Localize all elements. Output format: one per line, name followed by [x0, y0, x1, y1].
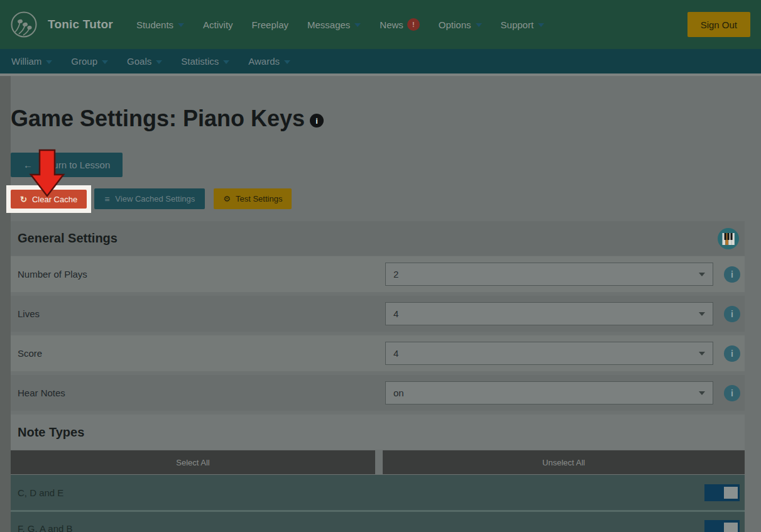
lives-select[interactable]: 4: [385, 302, 713, 325]
clear-cache-label: Clear Cache: [32, 195, 77, 204]
info-icon[interactable]: i: [310, 114, 324, 128]
note-types-section: Note Types Select All Unselect All C, D …: [11, 415, 745, 532]
chevron-down-icon: [699, 273, 705, 276]
note-types-heading: Note Types: [18, 425, 84, 440]
piano-keys-icon: [717, 227, 740, 250]
note-type-row-cde: C, D and E: [11, 475, 745, 510]
chevron-down-icon: [46, 60, 52, 64]
return-to-lesson-button[interactable]: ← Return to Lesson: [11, 153, 123, 177]
nav-item-label: Students: [136, 19, 173, 30]
chevron-down-icon: [538, 23, 544, 27]
nav-item-freeplay[interactable]: Freeplay: [243, 19, 298, 30]
page-title: Game Settings: Piano Keys i: [11, 105, 745, 133]
nav-item-label: Messages: [307, 19, 350, 30]
note-types-header: Note Types: [11, 415, 745, 450]
subnav-item-label: Statistics: [181, 56, 219, 67]
back-arrow-icon: ←: [23, 160, 33, 170]
nav-item-label: Activity: [203, 19, 233, 30]
subnav-item-william[interactable]: William: [11, 56, 52, 67]
note-type-toggle-fgab[interactable]: [704, 520, 740, 532]
nav-item-label: Options: [439, 19, 471, 30]
refresh-icon: ↻: [20, 195, 27, 204]
nav-item-label: Freeplay: [252, 19, 288, 30]
page-left-gutter: [0, 76, 11, 532]
info-icon[interactable]: i: [724, 385, 740, 401]
number-of-plays-select[interactable]: 2: [385, 263, 713, 286]
select-all-button[interactable]: Select All: [11, 450, 375, 474]
subnav-item-label: Group: [71, 56, 97, 67]
sign-out-button[interactable]: Sign Out: [687, 12, 750, 37]
nav-item-activity[interactable]: Activity: [194, 19, 243, 30]
sub-navigation: William Group Goals Statistics Awards: [0, 49, 761, 73]
subnav-item-goals[interactable]: Goals: [127, 56, 162, 67]
general-settings-heading: General Settings: [18, 231, 118, 246]
brand-name[interactable]: Tonic Tutor: [48, 18, 113, 31]
toggle-knob: [724, 487, 738, 499]
cache-toolbar: ↻ Clear Cache ≡ View Cached Settings ⚙ T…: [11, 185, 745, 213]
hear-notes-select[interactable]: on: [385, 381, 713, 404]
setting-row-score: Score 4 i: [11, 335, 745, 371]
note-type-toggle-cde[interactable]: [704, 484, 740, 501]
subnav-item-label: William: [11, 56, 41, 67]
nav-item-students[interactable]: Students: [127, 19, 194, 30]
chevron-down-icon: [156, 60, 162, 64]
top-navigation: Tonic Tutor Students Activity Freeplay M…: [0, 0, 761, 49]
general-settings-header: General Settings: [11, 221, 745, 256]
test-settings-button[interactable]: ⚙ Test Settings: [214, 188, 292, 209]
page-title-text: Game Settings: Piano Keys: [11, 105, 305, 133]
chevron-down-icon: [699, 312, 705, 316]
score-select[interactable]: 4: [385, 342, 713, 365]
toggle-knob: [724, 523, 738, 532]
gear-icon: ⚙: [223, 194, 231, 204]
nav-item-news[interactable]: News !: [370, 18, 429, 31]
clear-cache-button[interactable]: ↻ Clear Cache: [11, 190, 87, 209]
setting-label: Score: [18, 348, 42, 359]
chevron-down-icon: [476, 23, 482, 27]
setting-label: Lives: [18, 308, 40, 319]
test-settings-label: Test Settings: [236, 194, 282, 204]
news-alert-badge: !: [407, 18, 420, 31]
subnav-item-label: Awards: [248, 56, 280, 67]
setting-label: Number of Plays: [18, 269, 87, 280]
chevron-down-icon: [699, 352, 705, 356]
subnav-item-awards[interactable]: Awards: [248, 56, 290, 67]
nav-item-support[interactable]: Support: [491, 19, 554, 30]
note-type-label: C, D and E: [18, 487, 63, 498]
bulk-actions: Select All Unselect All: [11, 450, 745, 474]
select-value: on: [393, 388, 404, 398]
highlight-box: ↻ Clear Cache: [6, 185, 91, 213]
return-to-lesson-label: Return to Lesson: [38, 160, 110, 170]
chevron-down-icon: [223, 60, 229, 64]
general-settings-section: General Settings Number of Plays 2 i: [11, 221, 745, 411]
nav-item-options[interactable]: Options: [429, 19, 491, 30]
setting-row-number-of-plays: Number of Plays 2 i: [11, 256, 745, 292]
note-type-row-fgab: F, G, A and B: [11, 510, 745, 532]
subnav-item-statistics[interactable]: Statistics: [181, 56, 229, 67]
tonic-tutor-logo-icon[interactable]: [11, 11, 37, 38]
setting-row-hear-notes: Hear Notes on i: [11, 375, 745, 411]
setting-label: Hear Notes: [18, 388, 65, 398]
select-value: 4: [393, 308, 398, 319]
chevron-down-icon: [178, 23, 184, 27]
chevron-down-icon: [102, 60, 108, 64]
subnav-item-label: Goals: [127, 56, 151, 67]
chevron-down-icon: [284, 60, 290, 64]
divider: [0, 73, 761, 76]
info-icon[interactable]: i: [724, 306, 740, 322]
main-content: Game Settings: Piano Keys i ← Return to …: [11, 105, 745, 532]
chevron-down-icon: [699, 391, 705, 395]
nav-item-messages[interactable]: Messages: [298, 19, 370, 30]
unselect-all-button[interactable]: Unselect All: [383, 450, 745, 474]
note-type-label: F, G, A and B: [18, 523, 73, 532]
view-cached-settings-button[interactable]: ≡ View Cached Settings: [94, 188, 205, 209]
nav-item-label: News: [380, 19, 403, 30]
view-cached-settings-label: View Cached Settings: [115, 194, 195, 204]
select-value: 2: [393, 269, 398, 280]
info-icon[interactable]: i: [724, 266, 740, 283]
chevron-down-icon: [354, 23, 361, 27]
list-icon: ≡: [104, 194, 109, 204]
subnav-item-group[interactable]: Group: [71, 56, 108, 67]
info-icon[interactable]: i: [724, 345, 740, 362]
select-value: 4: [393, 348, 398, 359]
setting-row-lives: Lives 4 i: [11, 296, 745, 332]
